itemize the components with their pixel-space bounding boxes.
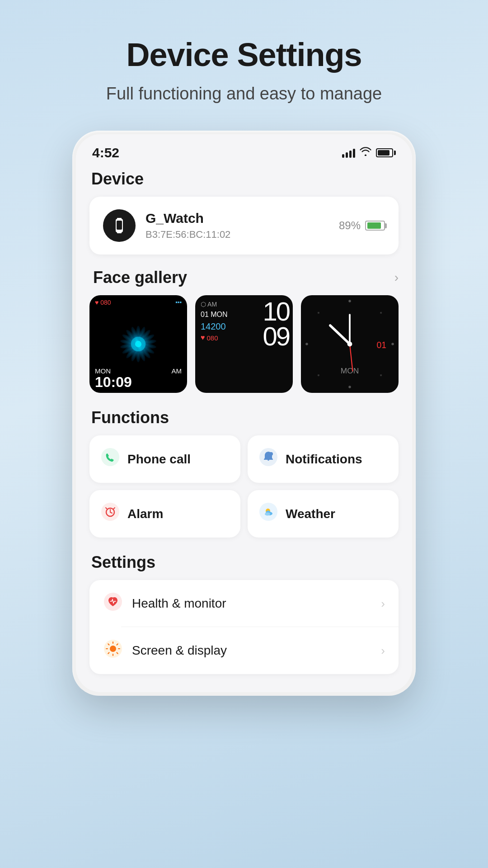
status-icons bbox=[342, 147, 396, 159]
screen-chevron-icon: › bbox=[381, 644, 385, 658]
content-area: Device G_Watch B3:7E:56:BC:11:02 bbox=[76, 165, 412, 692]
settings-screen-label: Screen & display bbox=[132, 643, 372, 658]
health-monitor-icon bbox=[103, 593, 123, 614]
notifications-icon bbox=[259, 448, 277, 470]
settings-list: Health & monitor › bbox=[89, 580, 399, 674]
weather-icon bbox=[259, 503, 277, 525]
face-gallery-header: Face gallery › bbox=[89, 268, 399, 287]
face-gallery-items: ♥ 080 ▪▪▪ MONAM 10:09 bbox=[89, 295, 399, 393]
page-title: Device Settings bbox=[126, 36, 361, 73]
battery-fill bbox=[367, 222, 381, 229]
svg-rect-3 bbox=[117, 231, 122, 233]
settings-health-label: Health & monitor bbox=[132, 596, 372, 611]
device-battery-indicator bbox=[365, 221, 385, 231]
svg-point-15 bbox=[348, 300, 351, 302]
svg-line-49 bbox=[117, 644, 118, 645]
phone-call-icon bbox=[101, 448, 119, 470]
svg-point-21 bbox=[318, 374, 319, 376]
svg-line-48 bbox=[117, 653, 118, 654]
face1-top-info: ♥ 080 ▪▪▪ bbox=[89, 299, 187, 306]
function-alarm[interactable]: Alarm bbox=[89, 490, 240, 538]
function-notifications-label: Notifications bbox=[286, 452, 362, 467]
device-name: G_Watch bbox=[145, 211, 230, 226]
screen-display-icon bbox=[103, 640, 123, 661]
health-chevron-icon: › bbox=[381, 597, 385, 611]
function-phone-call[interactable]: Phone call bbox=[89, 435, 240, 483]
face2-content: ⬡ AM 10 09 01 MON 14200 ♥ 080 bbox=[195, 295, 293, 393]
svg-point-17 bbox=[305, 343, 308, 345]
svg-rect-2 bbox=[117, 218, 122, 220]
function-notifications[interactable]: Notifications bbox=[248, 435, 399, 483]
wifi-icon bbox=[360, 147, 371, 159]
status-time: 4:52 bbox=[92, 145, 119, 160]
function-weather[interactable]: Weather bbox=[248, 490, 399, 538]
svg-line-25 bbox=[330, 326, 350, 344]
svg-point-39 bbox=[265, 513, 270, 516]
svg-text:MON: MON bbox=[341, 366, 359, 375]
device-info-left: G_Watch B3:7E:56:BC:11:02 bbox=[103, 209, 230, 242]
page-subtitle: Full functioning and easy to manage bbox=[106, 84, 382, 104]
device-text-info: G_Watch B3:7E:56:BC:11:02 bbox=[145, 211, 230, 241]
svg-line-47 bbox=[108, 644, 109, 645]
settings-title: Settings bbox=[89, 553, 399, 572]
svg-rect-1 bbox=[117, 221, 122, 230]
watch-face-3[interactable]: 01 MON bbox=[301, 295, 399, 393]
watch-face-1[interactable]: ♥ 080 ▪▪▪ MONAM 10:09 bbox=[89, 295, 187, 393]
function-phone-call-label: Phone call bbox=[127, 452, 191, 467]
device-battery: 89% bbox=[339, 219, 385, 232]
battery-tip bbox=[385, 223, 387, 228]
device-card[interactable]: G_Watch B3:7E:56:BC:11:02 89% bbox=[89, 197, 399, 255]
functions-grid: Phone call Notifications bbox=[89, 435, 399, 538]
phone-frame: 4:52 bbox=[72, 131, 416, 696]
function-weather-label: Weather bbox=[286, 507, 335, 521]
svg-point-42 bbox=[110, 646, 116, 652]
svg-point-29 bbox=[101, 448, 119, 466]
device-battery-pct: 89% bbox=[339, 219, 361, 232]
svg-point-18 bbox=[391, 343, 394, 345]
svg-point-28 bbox=[347, 342, 352, 347]
signal-icon bbox=[342, 148, 355, 158]
face1-time-overlay: MONAM 10:09 bbox=[89, 363, 187, 393]
watch-face-2[interactable]: ⬡ AM 10 09 01 MON 14200 ♥ 080 bbox=[195, 295, 293, 393]
device-id: B3:7E:56:BC:11:02 bbox=[145, 229, 230, 241]
status-bar: 4:52 bbox=[76, 134, 412, 165]
face-gallery-title: Face gallery bbox=[91, 268, 187, 287]
svg-text:01: 01 bbox=[376, 340, 386, 350]
face-gallery-chevron[interactable]: › bbox=[394, 270, 399, 285]
battery-icon bbox=[376, 148, 396, 157]
device-section-title: Device bbox=[89, 170, 399, 189]
function-alarm-label: Alarm bbox=[127, 507, 163, 521]
functions-title: Functions bbox=[89, 408, 399, 427]
device-avatar bbox=[103, 209, 136, 242]
svg-point-19 bbox=[318, 312, 319, 314]
analog-face-svg: 01 MON bbox=[301, 295, 399, 393]
alarm-icon bbox=[101, 503, 119, 525]
svg-line-50 bbox=[108, 653, 109, 654]
settings-screen-display[interactable]: Screen & display › bbox=[89, 627, 399, 674]
svg-point-14 bbox=[135, 341, 141, 347]
svg-point-31 bbox=[269, 452, 273, 456]
svg-point-16 bbox=[348, 386, 351, 388]
face2-time: 10 09 bbox=[263, 299, 289, 349]
svg-point-22 bbox=[380, 374, 382, 376]
svg-point-20 bbox=[380, 312, 382, 314]
settings-health-monitor[interactable]: Health & monitor › bbox=[89, 580, 399, 627]
